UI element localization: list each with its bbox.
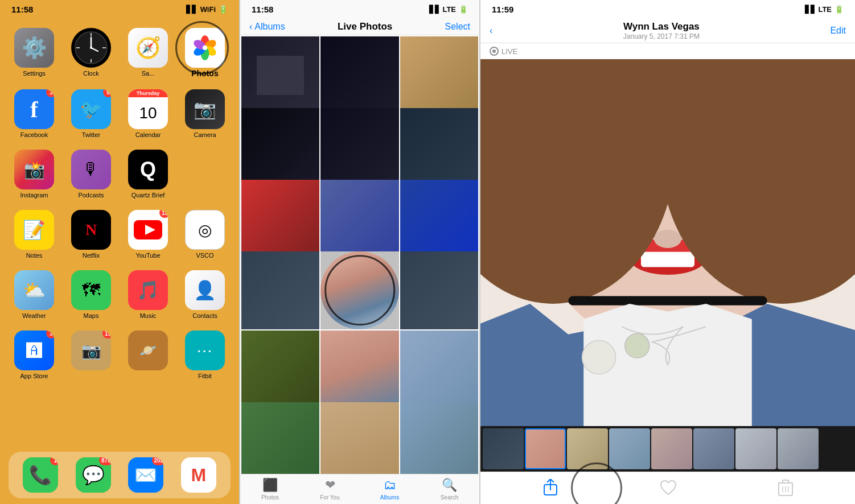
status-icons: ▋▋ WiFi 🔋 bbox=[186, 5, 228, 14]
appstore-icon: 3 bbox=[14, 331, 54, 370]
photo-thumb-10[interactable] bbox=[241, 251, 319, 329]
search-tab-label: Search bbox=[441, 494, 459, 501]
app-grid-row2: 3 Facebook 9 Twitter Thursday 10 Calenda… bbox=[0, 84, 239, 144]
app-music[interactable]: Music bbox=[125, 270, 171, 319]
app-grid-row3: Instagram Podcasts Quartz Brief bbox=[0, 144, 239, 204]
svg-rect-27 bbox=[568, 296, 767, 305]
app-calendar[interactable]: Thursday 10 Calendar bbox=[125, 89, 171, 138]
share-button[interactable] bbox=[542, 479, 558, 497]
app-maps[interactable]: Maps bbox=[68, 270, 114, 319]
app-grid-row5: Weather Maps Music Contacts bbox=[0, 265, 239, 325]
dock-gmail[interactable] bbox=[181, 457, 216, 493]
strip-thumb-5[interactable] bbox=[651, 428, 692, 469]
camera-label: Camera bbox=[194, 131, 216, 138]
youtube-label: YouTube bbox=[135, 252, 160, 259]
screen3-battery: 🔋 bbox=[835, 5, 844, 14]
tab-foryou[interactable]: ❤ For You bbox=[300, 478, 360, 501]
strip-thumb-3[interactable] bbox=[567, 428, 608, 469]
photo-thumb-6[interactable] bbox=[400, 108, 478, 186]
netflix-icon: N bbox=[71, 210, 111, 250]
photo-thumb-4[interactable] bbox=[241, 108, 319, 186]
calendar-label: Calendar bbox=[135, 131, 161, 138]
app-clock[interactable]: Clock bbox=[68, 28, 114, 78]
app-notes[interactable]: Notes bbox=[11, 210, 57, 259]
photo-thumb-16[interactable] bbox=[241, 402, 319, 474]
app-instagram[interactable]: Instagram bbox=[11, 150, 57, 199]
youtube-logo bbox=[134, 220, 162, 239]
app-photos[interactable]: Photos bbox=[182, 28, 228, 78]
app-weather[interactable]: Weather bbox=[11, 270, 57, 319]
vsco-icon bbox=[185, 210, 225, 250]
albums-back-button[interactable]: ‹ Albums bbox=[249, 22, 285, 32]
youtube-icon: 13 bbox=[128, 210, 168, 250]
photo-thumb-5[interactable] bbox=[320, 108, 398, 186]
app-safari[interactable]: Sa... bbox=[125, 28, 171, 78]
app-podcasts[interactable]: Podcasts bbox=[68, 150, 114, 199]
photo-thumb-1[interactable] bbox=[241, 36, 319, 114]
app-facebook[interactable]: 3 Facebook bbox=[11, 89, 57, 138]
live-dot-icon bbox=[490, 47, 499, 56]
notes-label: Notes bbox=[26, 252, 43, 259]
strip-thumb-6[interactable] bbox=[693, 428, 734, 469]
trash-button[interactable] bbox=[778, 480, 793, 497]
dock-phone[interactable]: 1 bbox=[23, 457, 58, 493]
strip-thumb-2[interactable] bbox=[525, 428, 566, 469]
tab-albums[interactable]: 🗂 Albums bbox=[360, 478, 420, 501]
live-label: LIVE bbox=[502, 47, 517, 56]
photo-thumb-18[interactable] bbox=[400, 402, 478, 474]
app-camera[interactable]: Camera bbox=[182, 89, 228, 138]
app-settings[interactable]: Settings bbox=[11, 28, 57, 78]
photo-thumb-highlighted[interactable] bbox=[320, 251, 398, 329]
weather-icon bbox=[14, 270, 54, 310]
select-button[interactable]: Select bbox=[445, 22, 470, 32]
app-empty1 bbox=[182, 150, 228, 199]
screen2-status-bar: 11:58 ▋▋ LTE 🔋 bbox=[240, 0, 479, 16]
photo-strip[interactable] bbox=[480, 426, 855, 472]
foryou-tab-icon: ❤ bbox=[325, 478, 335, 493]
app-netflix[interactable]: N Netflix bbox=[68, 210, 114, 259]
phone-icon: 1 bbox=[23, 457, 58, 493]
photo-thumb-14[interactable] bbox=[320, 331, 398, 408]
dock-mail[interactable]: 202 bbox=[128, 457, 163, 493]
detail-back-button[interactable]: ‹ bbox=[490, 26, 492, 36]
detail-nav: ‹ Wynn Las Vegas January 5, 2017 7:31 PM… bbox=[480, 16, 855, 43]
strip-thumb-8[interactable] bbox=[778, 428, 819, 469]
strip-thumb-7[interactable] bbox=[735, 428, 776, 469]
app-appstore[interactable]: 3 App Store bbox=[11, 331, 57, 379]
tab-photos[interactable]: ⬛ Photos bbox=[240, 478, 300, 501]
photo-thumb-12[interactable] bbox=[400, 251, 478, 329]
netflix-label: Netflix bbox=[83, 252, 100, 259]
photo-thumb-17[interactable] bbox=[320, 402, 398, 474]
music-label: Music bbox=[140, 312, 157, 319]
photo-thumb-13[interactable] bbox=[241, 331, 319, 408]
app-quartz[interactable]: Quartz Brief bbox=[125, 150, 171, 199]
misc-icon: 19 📷 bbox=[71, 331, 111, 370]
photo-thumb-2[interactable] bbox=[320, 36, 398, 114]
photo-thumb-3[interactable] bbox=[400, 36, 478, 114]
main-photo[interactable] bbox=[480, 59, 855, 426]
screen3-time: 11:59 bbox=[492, 5, 513, 14]
edit-button[interactable]: Edit bbox=[830, 26, 846, 36]
strip-thumb-1[interactable] bbox=[483, 428, 524, 469]
photo-thumb-15[interactable] bbox=[400, 331, 478, 408]
share-icon bbox=[542, 479, 558, 497]
photo-svg bbox=[480, 59, 855, 426]
app-contacts[interactable]: Contacts bbox=[182, 270, 228, 319]
app-twitter[interactable]: 9 Twitter bbox=[68, 89, 114, 138]
photo-thumb-7[interactable] bbox=[241, 180, 319, 258]
svg-point-23 bbox=[654, 230, 681, 248]
music-icon bbox=[128, 270, 168, 310]
app-grid-row4: Notes N Netflix 13 YouTube VSCO bbox=[0, 204, 239, 265]
photos-label: Photos bbox=[191, 69, 218, 78]
strip-thumb-4[interactable] bbox=[609, 428, 650, 469]
dock-messages[interactable]: 878 bbox=[76, 457, 111, 493]
app-fitbit[interactable]: Fitbit bbox=[182, 331, 228, 379]
fitbit-icon bbox=[185, 331, 225, 370]
app-vsco[interactable]: VSCO bbox=[182, 210, 228, 259]
photo-thumb-9[interactable] bbox=[400, 180, 478, 258]
heart-button[interactable] bbox=[660, 480, 677, 496]
messages-icon: 878 bbox=[76, 457, 111, 493]
tab-search[interactable]: 🔍 Search bbox=[420, 478, 479, 501]
photo-thumb-8[interactable] bbox=[320, 180, 398, 258]
app-youtube[interactable]: 13 YouTube bbox=[125, 210, 171, 259]
